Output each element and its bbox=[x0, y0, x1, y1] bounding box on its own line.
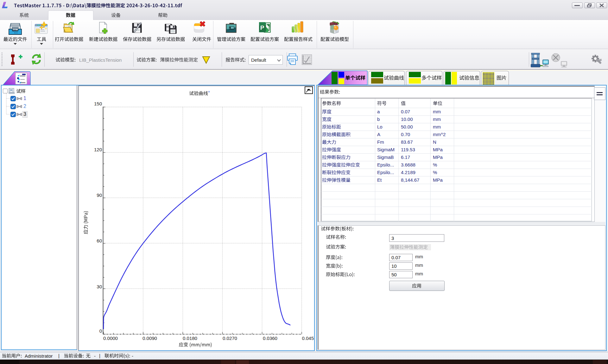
svg-text:P: P bbox=[260, 24, 264, 31]
